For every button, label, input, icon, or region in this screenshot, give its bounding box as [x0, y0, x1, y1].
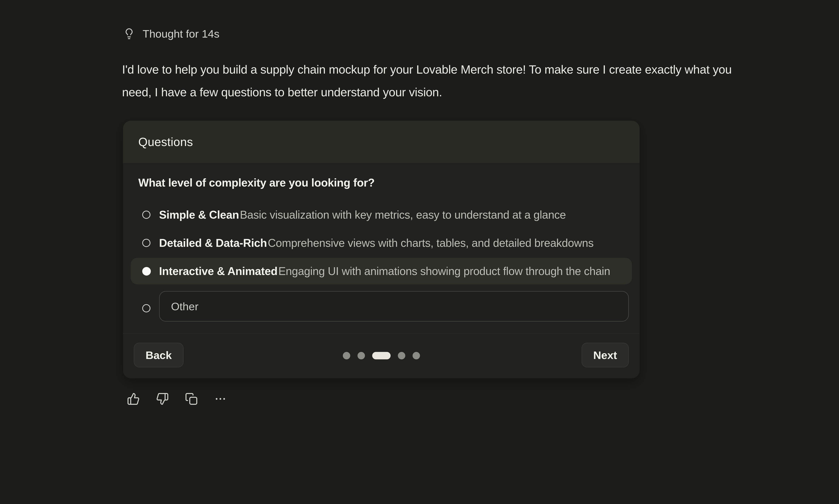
questions-card-footer: Back Next — [123, 333, 640, 378]
radio-selected-icon[interactable] — [142, 267, 151, 275]
radio-icon[interactable] — [142, 239, 151, 247]
pagination-dot[interactable] — [398, 352, 405, 359]
question-text: What level of complexity are you looking… — [138, 175, 624, 190]
next-button[interactable]: Next — [582, 343, 629, 367]
pagination-dot-active[interactable] — [372, 352, 390, 359]
more-options-button[interactable] — [214, 393, 227, 406]
radio-icon[interactable] — [142, 304, 151, 312]
radio-icon[interactable] — [142, 211, 151, 219]
option-description: Comprehensive views with charts, tables,… — [268, 237, 594, 249]
option-label: Simple & Clean — [159, 209, 239, 221]
thumbs-up-button[interactable] — [127, 393, 140, 406]
pagination-dot[interactable] — [343, 352, 350, 359]
radio-option-simple-clean[interactable]: Simple & Clean Basic visualization with … — [131, 201, 632, 228]
pagination-dots — [343, 352, 420, 359]
ellipsis-icon — [214, 393, 227, 406]
option-label: Interactive & Animated — [159, 265, 278, 277]
options-list: Simple & Clean Basic visualization with … — [138, 201, 624, 322]
option-label: Detailed & Data-Rich — [159, 237, 267, 249]
pagination-dot[interactable] — [413, 352, 420, 359]
copy-icon — [185, 393, 198, 406]
thought-label: Thought for 14s — [143, 28, 220, 40]
lightbulb-icon — [123, 28, 135, 40]
pagination-dot[interactable] — [357, 352, 365, 359]
thumbs-up-icon — [127, 393, 140, 406]
card-title: Questions — [138, 135, 193, 149]
assistant-message-text: I'd love to help you build a supply chai… — [122, 58, 761, 104]
thumbs-down-button[interactable] — [156, 393, 169, 406]
copy-button[interactable] — [185, 393, 198, 406]
other-option-input[interactable] — [159, 291, 629, 322]
thumbs-down-icon — [156, 393, 169, 406]
questions-card-body: What level of complexity are you looking… — [123, 163, 640, 322]
message-actions — [127, 393, 839, 406]
questions-card-header: Questions — [123, 121, 640, 163]
thought-summary[interactable]: Thought for 14s — [123, 28, 839, 40]
option-description: Engaging UI with animations showing prod… — [278, 265, 610, 277]
questions-card: Questions What level of complexity are y… — [123, 121, 640, 378]
radio-option-interactive-animated[interactable]: Interactive & Animated Engaging UI with … — [131, 258, 632, 284]
radio-option-other[interactable] — [131, 291, 632, 322]
radio-option-detailed-data-rich[interactable]: Detailed & Data-Rich Comprehensive views… — [131, 230, 632, 256]
back-button[interactable]: Back — [134, 343, 183, 367]
chat-message-block: Thought for 14s I'd love to help you bui… — [0, 0, 839, 406]
option-description: Basic visualization with key metrics, ea… — [240, 209, 566, 221]
